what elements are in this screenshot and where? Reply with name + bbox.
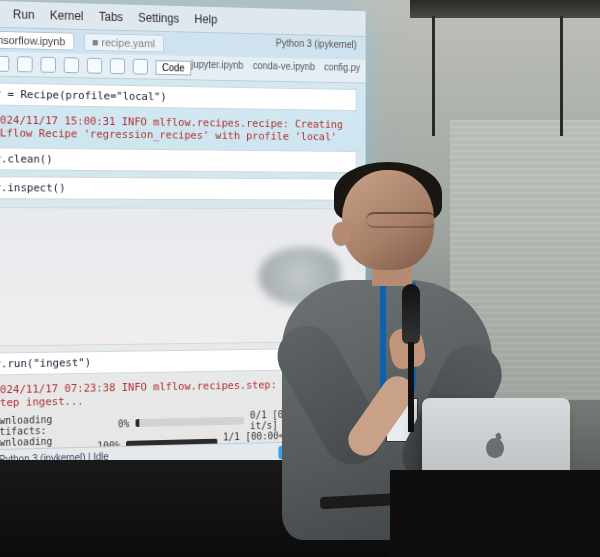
file-tab[interactable]: jupyter.ipynb [191, 59, 243, 71]
file-tab[interactable]: conda-ve.ipynb [253, 60, 315, 72]
restart-icon[interactable] [110, 58, 125, 74]
light-strut [432, 16, 435, 136]
output-cell: [ ]: 2024/11/17 15:00:31 INFO mlflow.rec… [0, 111, 357, 145]
run-icon[interactable] [64, 57, 79, 73]
photo-scene: View Run Kernel Tabs Settings Help ■ ten… [0, 0, 600, 557]
file-tab[interactable]: ■ recipe.yaml [84, 33, 164, 52]
menu-item[interactable]: Kernel [50, 8, 83, 23]
kernel-indicator: Python 3 (ipykernel) [276, 38, 357, 57]
microphone-icon [402, 284, 420, 344]
lectern [390, 470, 600, 557]
menu-item[interactable]: Run [13, 7, 34, 21]
stop-icon[interactable] [87, 58, 102, 74]
code-cell[interactable]: r = Recipe(profile="local") [0, 82, 357, 111]
light-strut [560, 16, 563, 136]
progress-bar [135, 417, 244, 427]
cell-type-select[interactable]: Code [155, 60, 191, 75]
file-tab-label: recipe.yaml [101, 36, 155, 49]
fast-forward-icon[interactable] [133, 59, 148, 75]
file-tab[interactable]: config.py [324, 62, 360, 73]
menu-item[interactable]: Help [194, 12, 217, 26]
cut-icon[interactable] [17, 56, 33, 72]
log-line: 2024/11/17 15:00:31 INFO mlflow.recipes.… [0, 111, 357, 145]
menu-item[interactable]: Tabs [99, 10, 123, 24]
code-content[interactable]: r = Recipe(profile="local") [0, 82, 357, 111]
file-tab-label: tensorflow.ipynb [0, 34, 65, 48]
ear [332, 222, 350, 246]
apple-logo-icon [486, 438, 504, 458]
progress-label: Downloading artifacts: [0, 413, 112, 438]
copy-icon[interactable] [40, 57, 56, 73]
file-tab[interactable]: ■ tensorflow.ipynb [0, 30, 74, 50]
add-cell-icon[interactable] [0, 56, 9, 72]
ceiling-light-bar [410, 0, 600, 18]
progress-pct: 0% [118, 418, 129, 429]
glasses-icon [366, 212, 436, 228]
menu-item[interactable]: Settings [138, 11, 179, 26]
